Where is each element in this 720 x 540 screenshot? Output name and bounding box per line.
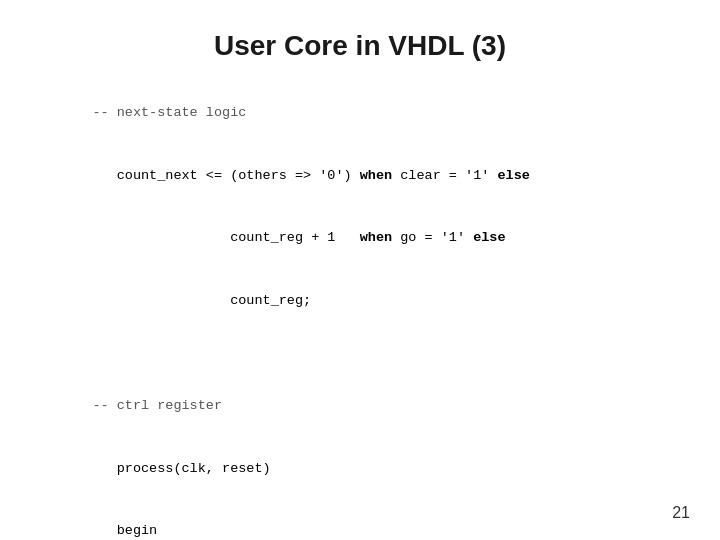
- code-line-count-reg: count_reg;: [92, 293, 311, 308]
- comment-next-state: -- next-state logic: [92, 105, 246, 120]
- code-line-begin: begin: [92, 523, 157, 538]
- code-line-process: process(clk, reset): [92, 461, 270, 476]
- comment-ctrl-register: -- ctrl register: [92, 398, 222, 413]
- code-line-count-next: count_next <= (others => '0') when clear…: [92, 168, 529, 183]
- slide-title: User Core in VHDL (3): [40, 20, 680, 62]
- code-block: -- next-state logic count_next <= (other…: [60, 82, 680, 540]
- code-line-count-reg-plus: count_reg + 1 when go = '1' else: [92, 230, 505, 245]
- page-number: 21: [672, 504, 690, 522]
- slide: User Core in VHDL (3) -- next-state logi…: [0, 0, 720, 540]
